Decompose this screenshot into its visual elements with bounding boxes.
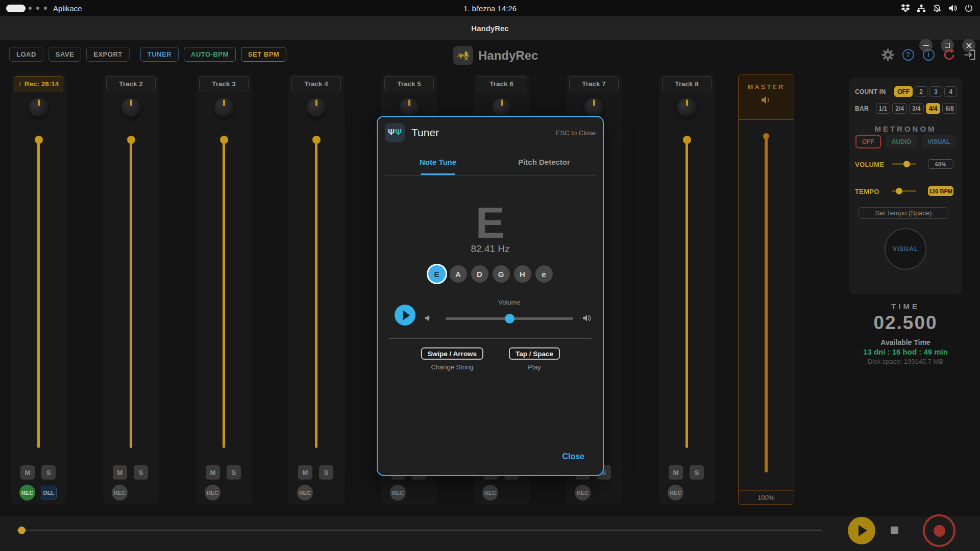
- notifications-muted-icon[interactable]: [933, 4, 942, 13]
- metronome-panel: COUNT IN OFF234 BAR 1/12/43/44/46/8 METR…: [849, 78, 962, 294]
- save-button[interactable]: SAVE: [48, 47, 81, 62]
- volume-fader[interactable]: [130, 143, 132, 448]
- master-fader[interactable]: [765, 138, 768, 472]
- rec-button[interactable]: REC: [482, 485, 498, 500]
- string-button-e[interactable]: e: [535, 265, 553, 283]
- string-button-G[interactable]: G: [493, 265, 510, 283]
- set-bpm-button[interactable]: SET BPM: [241, 47, 286, 62]
- option-2-4[interactable]: 2/4: [892, 103, 907, 114]
- tempo-row: TEMPO 120 BPM: [855, 186, 956, 196]
- rec-button[interactable]: REC: [390, 485, 406, 500]
- volume-fader[interactable]: [315, 143, 317, 448]
- available-time-value: 13 dní : 16 hod : 49 min: [849, 347, 962, 356]
- playback-progress-bar[interactable]: [16, 530, 822, 531]
- tab-note-tune[interactable]: Note Tune: [420, 158, 456, 166]
- stop-button[interactable]: [891, 527, 898, 534]
- tempo-slider[interactable]: [892, 190, 916, 192]
- option-6-8[interactable]: 6/8: [942, 103, 957, 114]
- tab-pitch-detector[interactable]: Pitch Detector: [518, 158, 570, 166]
- track-header[interactable]: Track 3: [199, 76, 249, 91]
- exit-icon[interactable]: [963, 48, 976, 61]
- track-header[interactable]: Track 2: [106, 76, 156, 91]
- dialog-title: Tuner: [411, 123, 439, 142]
- string-button-D[interactable]: D: [471, 265, 488, 283]
- del-button[interactable]: DEL: [41, 486, 57, 499]
- info-icon[interactable]: i: [922, 48, 935, 61]
- auto-bpm-button[interactable]: AUTO-BPM: [184, 47, 236, 62]
- option-visual[interactable]: VISUAL: [922, 135, 955, 148]
- option-3[interactable]: 3: [929, 86, 942, 97]
- track-header[interactable]: Track 8: [662, 76, 712, 91]
- mute-button[interactable]: M: [113, 465, 127, 480]
- option-1-1[interactable]: 1/1: [876, 103, 891, 114]
- track-label: Track 6: [489, 80, 513, 88]
- option-4[interactable]: 4: [944, 86, 957, 97]
- volume-fader[interactable]: [37, 143, 40, 448]
- help-icon[interactable]: ?: [901, 48, 915, 61]
- option-off[interactable]: OFF: [894, 86, 913, 97]
- pan-knob[interactable]: [121, 98, 141, 118]
- tuner-button[interactable]: TUNER: [140, 47, 179, 62]
- metronome-volume-slider[interactable]: [892, 163, 916, 165]
- rec-button[interactable]: REC: [19, 485, 35, 500]
- track-header[interactable]: Track 5: [384, 76, 434, 91]
- playhead-handle[interactable]: [18, 527, 26, 534]
- slider-thumb[interactable]: [505, 314, 514, 323]
- tuner-volume-slider[interactable]: [446, 317, 573, 320]
- rec-button[interactable]: REC: [205, 485, 220, 500]
- solo-button[interactable]: S: [41, 465, 56, 480]
- volume-fader[interactable]: [223, 143, 225, 448]
- pan-knob[interactable]: [29, 98, 49, 118]
- mute-button[interactable]: M: [20, 465, 35, 480]
- solo-button[interactable]: S: [690, 465, 704, 480]
- volume-low-icon: [425, 314, 432, 323]
- clock[interactable]: 1. března 14:26: [0, 0, 980, 16]
- track-header[interactable]: Track 7: [569, 76, 619, 91]
- record-button[interactable]: [923, 514, 955, 547]
- solo-button[interactable]: S: [134, 465, 148, 480]
- rec-button[interactable]: REC: [575, 485, 591, 500]
- rec-button[interactable]: REC: [668, 485, 683, 500]
- settings-gear-icon[interactable]: [881, 48, 894, 61]
- mute-button[interactable]: M: [206, 465, 220, 480]
- pan-knob[interactable]: [492, 98, 512, 118]
- track-header[interactable]: Track 4: [291, 76, 341, 91]
- option-audio[interactable]: AUDIO: [886, 135, 917, 148]
- export-button[interactable]: EXPORT: [86, 47, 129, 62]
- master-speaker-icon[interactable]: [739, 95, 794, 105]
- string-button-H[interactable]: H: [514, 265, 531, 283]
- string-button-A[interactable]: A: [450, 265, 467, 283]
- option-4-4[interactable]: 4/4: [926, 103, 941, 114]
- rec-button[interactable]: REC: [297, 485, 313, 500]
- solo-button[interactable]: S: [227, 465, 241, 480]
- network-icon[interactable]: [917, 4, 926, 13]
- mute-button[interactable]: M: [669, 465, 683, 480]
- track-header[interactable]: ♪ Rec: 26:14: [14, 76, 63, 91]
- track-header[interactable]: Track 6: [477, 76, 526, 91]
- solo-button[interactable]: S: [319, 465, 333, 480]
- option-2[interactable]: 2: [915, 86, 927, 97]
- slider-thumb[interactable]: [903, 161, 910, 167]
- load-button[interactable]: LOAD: [9, 47, 43, 62]
- pan-knob[interactable]: [306, 98, 327, 118]
- string-button-E[interactable]: E: [428, 265, 446, 283]
- available-time-label: Available Time: [849, 338, 962, 346]
- volume-fader[interactable]: [685, 143, 688, 448]
- close-dialog-button[interactable]: Close: [562, 452, 584, 461]
- power-icon[interactable]: [965, 4, 973, 12]
- dropbox-icon[interactable]: [901, 4, 910, 12]
- pan-knob[interactable]: [584, 98, 604, 118]
- pan-knob[interactable]: [677, 98, 697, 118]
- mute-button[interactable]: M: [298, 465, 312, 480]
- volume-icon[interactable]: [948, 4, 958, 12]
- set-tempo-button[interactable]: Set Tempo (Space): [859, 207, 948, 219]
- play-button[interactable]: [848, 517, 875, 544]
- pan-knob[interactable]: [399, 98, 420, 118]
- pan-knob[interactable]: [214, 98, 234, 118]
- track-label: Track 7: [582, 80, 606, 88]
- slider-thumb[interactable]: [896, 188, 902, 194]
- option-3-4[interactable]: 3/4: [909, 103, 924, 114]
- reset-icon[interactable]: [942, 48, 955, 61]
- option-off[interactable]: OFF: [855, 135, 881, 148]
- rec-button[interactable]: REC: [112, 485, 128, 500]
